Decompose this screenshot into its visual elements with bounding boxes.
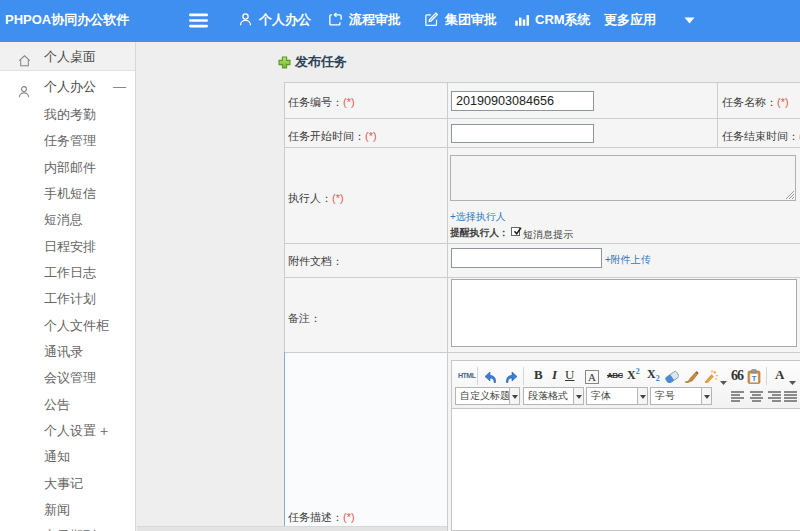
svg-text:T: T xyxy=(752,374,757,383)
